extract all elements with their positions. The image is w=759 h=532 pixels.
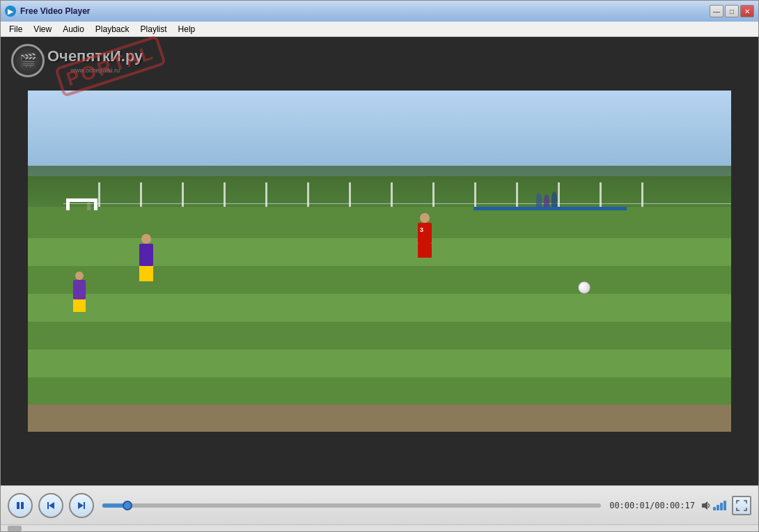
video-frame: 3 bbox=[28, 91, 731, 432]
player3-legs bbox=[418, 244, 432, 258]
player-1 bbox=[73, 272, 86, 312]
player2-head bbox=[141, 234, 151, 244]
title-left: ▶ Free Video Player bbox=[5, 6, 91, 17]
app-icon: ▶ bbox=[5, 6, 16, 17]
main-content: 🎬 ОчепяткИ.ру www.ochepatki.ru PORTAL bbox=[1, 37, 758, 485]
watermark-logo: 🎬 ОчепяткИ.ру www.ochepatki.ru bbox=[11, 44, 143, 77]
title-buttons: — □ ✕ bbox=[710, 5, 754, 17]
menu-bar: File View Audio Playback Playlist Help bbox=[1, 22, 758, 37]
watermark-url: www.ochepatki.ru bbox=[47, 67, 143, 74]
player-3: 3 bbox=[418, 213, 432, 258]
minimize-button[interactable]: — bbox=[710, 5, 723, 17]
menu-playlist[interactable]: Playlist bbox=[135, 23, 173, 36]
time-total: 00:00:17 bbox=[655, 501, 695, 510]
sky-bg bbox=[28, 91, 731, 176]
video-display[interactable]: 3 bbox=[28, 91, 731, 432]
menu-view[interactable]: View bbox=[28, 23, 57, 36]
scrollbar-thumb[interactable] bbox=[8, 526, 22, 531]
title-bar: ▶ Free Video Player — □ ✕ bbox=[1, 1, 758, 22]
menu-help[interactable]: Help bbox=[173, 23, 201, 36]
fullscreen-button[interactable] bbox=[732, 496, 751, 515]
vol-bar-1 bbox=[713, 507, 716, 510]
horizontal-scrollbar[interactable] bbox=[1, 524, 758, 531]
control-bar: 00:00:01/00:00:17 bbox=[1, 485, 758, 524]
close-button[interactable]: ✕ bbox=[740, 5, 754, 17]
time-display: 00:00:01/00:00:17 bbox=[609, 501, 695, 510]
watermark: 🎬 ОчепяткИ.ру www.ochepatki.ru bbox=[11, 44, 143, 77]
svg-rect-4 bbox=[84, 502, 85, 509]
player1-legs bbox=[73, 299, 86, 312]
vol-bar-2 bbox=[717, 505, 719, 510]
svg-rect-0 bbox=[17, 502, 19, 509]
window-title: Free Video Player bbox=[20, 6, 91, 16]
progress-thumb[interactable] bbox=[123, 501, 132, 510]
player1-head bbox=[75, 272, 84, 280]
svg-marker-5 bbox=[78, 502, 84, 509]
svg-marker-6 bbox=[702, 501, 707, 510]
main-window: ▶ Free Video Player — □ ✕ File View Audi… bbox=[0, 0, 759, 532]
prev-button[interactable] bbox=[38, 493, 63, 518]
restore-button[interactable]: □ bbox=[725, 5, 739, 17]
next-button[interactable] bbox=[69, 493, 94, 518]
volume-control[interactable] bbox=[701, 500, 726, 511]
player2-legs bbox=[139, 266, 153, 281]
menu-playback[interactable]: Playback bbox=[90, 23, 135, 36]
menu-audio[interactable]: Audio bbox=[57, 23, 90, 36]
field-stripes bbox=[28, 210, 731, 432]
watermark-circle-icon: 🎬 bbox=[11, 44, 45, 77]
player2-body bbox=[139, 244, 153, 266]
player3-head bbox=[420, 213, 430, 223]
menu-file[interactable]: File bbox=[3, 23, 28, 36]
svg-marker-3 bbox=[49, 502, 54, 509]
spectators bbox=[536, 166, 675, 207]
progress-bar[interactable] bbox=[102, 503, 601, 508]
vol-bar-3 bbox=[720, 503, 723, 510]
watermark-text-block: ОчепяткИ.ру www.ochepatki.ru bbox=[47, 47, 143, 74]
svg-rect-2 bbox=[47, 502, 49, 509]
vol-bar-4 bbox=[723, 501, 726, 510]
player3-body: 3 bbox=[418, 223, 432, 244]
watermark-site-name: ОчепяткИ.ру bbox=[47, 47, 143, 65]
player1-body bbox=[73, 280, 86, 299]
field-track bbox=[28, 405, 731, 432]
player-2 bbox=[139, 234, 153, 281]
time-current: 00:00:01 bbox=[609, 501, 650, 510]
pause-button[interactable] bbox=[8, 493, 33, 518]
svg-rect-1 bbox=[21, 502, 24, 509]
